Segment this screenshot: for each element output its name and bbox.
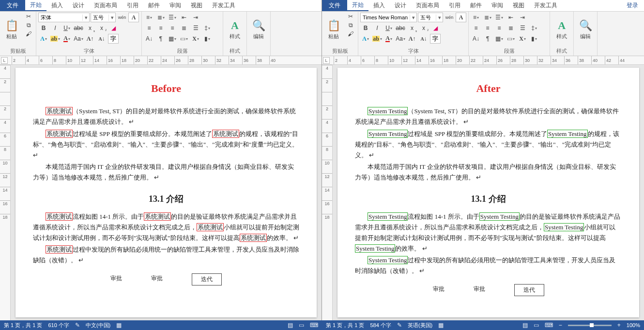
tab-insert[interactable]: 插入 <box>46 0 68 11</box>
tab-review[interactable]: 审阅 <box>165 0 186 11</box>
char-border-button[interactable]: A <box>456 13 466 22</box>
grow-font-button[interactable]: A↑ <box>85 34 95 44</box>
zoom-slider[interactable] <box>568 325 612 326</box>
tab-dev[interactable]: 开发工具 <box>207 0 240 11</box>
shading-button[interactable]: ▦▾ <box>167 34 178 44</box>
underline-button[interactable]: U▾ <box>383 23 394 33</box>
enclosed-char-button[interactable]: 字 <box>430 34 441 44</box>
font-color-button[interactable]: A▾ <box>61 34 72 44</box>
shrink-font-button[interactable]: A↓ <box>96 34 107 44</box>
ruler-horizontal-right[interactable]: L 24681012141618202224262830323436384042… <box>322 56 644 65</box>
strike-button[interactable]: abc <box>395 23 406 33</box>
bullets-button[interactable]: ≡▾ <box>471 13 481 22</box>
view-print-icon[interactable]: ▤ <box>288 322 293 329</box>
bold-button[interactable]: B <box>38 23 49 33</box>
spellcheck-icon[interactable]: ✎ <box>397 322 402 329</box>
highlight-button[interactable]: ab▾ <box>372 34 383 44</box>
phonetic-guide-button[interactable]: wén <box>444 13 455 22</box>
font-size-combo[interactable]: 五号▾ <box>418 13 443 22</box>
tab-design[interactable]: 设计 <box>390 0 411 11</box>
tab-mail[interactable]: 邮件 <box>465 0 487 11</box>
chevron-down-icon[interactable]: ▾ <box>436 15 443 21</box>
italic-button[interactable]: I <box>50 23 61 33</box>
styles-button[interactable]: A 样式 <box>225 13 245 46</box>
align-center-button[interactable]: ≡ <box>482 23 493 33</box>
align-right-button[interactable]: ≡ <box>494 23 505 33</box>
paste-button[interactable]: 📋 粘贴 <box>2 13 21 46</box>
ruler-tab-selector[interactable]: L <box>323 57 330 64</box>
ruler-vertical-left[interactable]: 4224681012141618 <box>0 65 11 320</box>
font-name-combo[interactable]: 宋体▾ <box>38 13 90 22</box>
chevron-down-icon[interactable]: ▾ <box>410 15 416 21</box>
borders-button[interactable]: ▭▾ <box>506 34 516 44</box>
superscript-button[interactable]: x² <box>418 23 429 33</box>
numbering-button[interactable]: ≣▾ <box>482 13 493 22</box>
increase-indent-button[interactable]: ⇥ <box>190 13 201 22</box>
styles-button[interactable]: A 样式 <box>552 13 571 46</box>
view-web-icon[interactable]: ⌨ <box>310 322 318 329</box>
font-size-combo[interactable]: 五号▾ <box>91 13 116 22</box>
distribute-button[interactable]: ☰ <box>517 23 528 33</box>
status-lang[interactable]: 英语(美国) <box>408 322 432 329</box>
grow-font-button[interactable]: A↑ <box>407 34 417 44</box>
numbering-button[interactable]: ≣▾ <box>155 13 166 22</box>
decrease-indent-button[interactable]: ⇤ <box>506 13 516 22</box>
file-tab[interactable]: 文件 <box>0 0 25 11</box>
tab-insert[interactable]: 插入 <box>368 0 390 11</box>
tab-home[interactable]: 开始 <box>25 0 46 11</box>
copy-button[interactable]: ⧉ <box>23 21 34 29</box>
subscript-button[interactable]: x₂ <box>407 23 417 33</box>
cut-button[interactable]: ✂ <box>345 13 356 20</box>
tab-review[interactable]: 审阅 <box>487 0 508 11</box>
line-spacing-button[interactable]: ‡▾ <box>202 23 213 33</box>
strike-button[interactable]: abc <box>73 23 84 33</box>
text-direction-button[interactable]: X▾ <box>517 34 528 44</box>
file-tab[interactable]: 文件 <box>322 0 347 11</box>
spellcheck-icon[interactable]: ✎ <box>75 322 80 329</box>
align-right-button[interactable]: ≡ <box>167 23 178 33</box>
bold-button[interactable]: B <box>360 23 371 33</box>
view-print-icon[interactable]: ▤ <box>522 322 528 329</box>
view-web-icon[interactable]: ⌨ <box>545 322 553 329</box>
ruler-tab-selector[interactable]: L <box>1 57 8 64</box>
login-link[interactable]: 登录 <box>621 0 644 11</box>
align-center-button[interactable]: ≡ <box>155 23 166 33</box>
ruler-vertical-right[interactable]: 4224681012141618 <box>322 65 333 320</box>
fill-button[interactable]: ▮▾ <box>202 34 213 44</box>
text-effects-button[interactable]: A▾ <box>38 34 49 44</box>
phonetic-guide-button[interactable]: wén <box>117 13 127 22</box>
change-case-button[interactable]: Aa▾ <box>395 34 406 44</box>
paste-button[interactable]: 📋 粘贴 <box>324 13 343 46</box>
bullets-button[interactable]: ≡▾ <box>144 13 154 22</box>
align-left-button[interactable]: ≡ <box>471 23 481 33</box>
editing-button[interactable]: 🔍 编辑 <box>249 13 268 46</box>
status-words[interactable]: 610 个字 <box>48 322 69 329</box>
status-page[interactable]: 第 1 页，共 1 页 <box>326 322 364 329</box>
decrease-indent-button[interactable]: ⇤ <box>179 13 189 22</box>
justify-button[interactable]: ≣ <box>179 23 189 33</box>
line-spacing-button[interactable]: ‡▾ <box>529 23 539 33</box>
italic-button[interactable]: I <box>372 23 383 33</box>
view-read-icon[interactable]: ▭ <box>534 322 539 329</box>
subscript-button[interactable]: x₂ <box>85 23 95 33</box>
distribute-button[interactable]: ☰ <box>190 23 201 33</box>
format-painter-button[interactable]: 🖌 <box>345 30 356 38</box>
tab-home[interactable]: 开始 <box>347 0 368 11</box>
justify-button[interactable]: ≣ <box>506 23 516 33</box>
multilevel-button[interactable]: ☰▾ <box>494 13 505 22</box>
chevron-down-icon[interactable]: ▾ <box>82 15 89 21</box>
tab-mail[interactable]: 邮件 <box>143 0 165 11</box>
cut-button[interactable]: ✂ <box>23 13 34 20</box>
fill-button[interactable]: ▮▾ <box>529 34 539 44</box>
status-lang[interactable]: 中文(中国) <box>86 322 110 329</box>
sort-button[interactable]: A↓ <box>471 34 481 44</box>
highlight-button[interactable]: ab▾ <box>50 34 61 44</box>
enclosed-char-button[interactable]: 字 <box>108 34 119 44</box>
editing-button[interactable]: 🔍 编辑 <box>576 13 595 46</box>
macro-icon[interactable]: ▦ <box>438 322 444 329</box>
zoom-out-button[interactable]: − <box>559 322 562 329</box>
tab-layout[interactable]: 页面布局 <box>411 0 444 11</box>
change-case-button[interactable]: Aa▾ <box>73 34 84 44</box>
text-effects-button[interactable]: A▾ <box>360 34 371 44</box>
shrink-font-button[interactable]: A↓ <box>418 34 429 44</box>
